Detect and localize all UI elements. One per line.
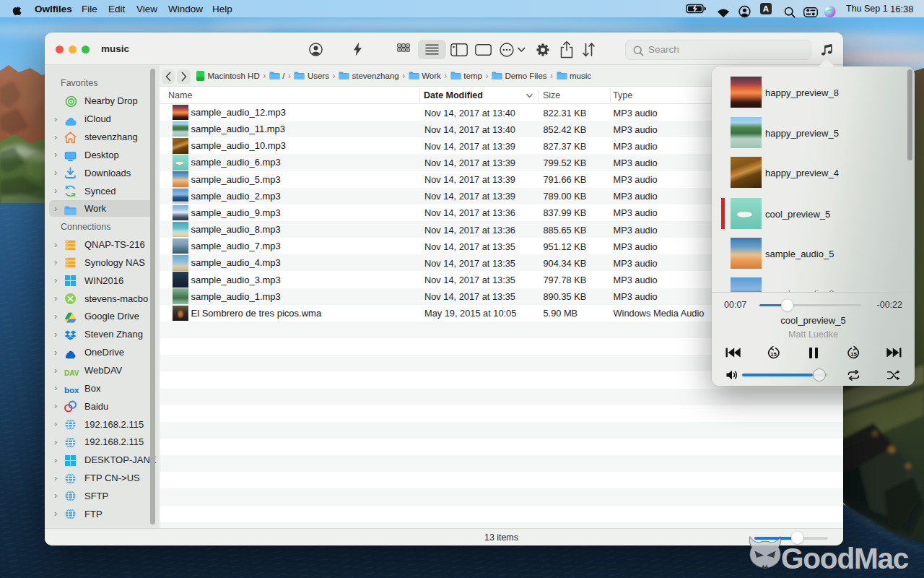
svg-text:15: 15: [850, 351, 857, 358]
svg-text:15: 15: [770, 351, 777, 358]
svg-text:DAV: DAV: [64, 368, 79, 376]
svg-text:GoodMac: GoodMac: [781, 542, 909, 575]
svg-text:box: box: [64, 386, 79, 394]
